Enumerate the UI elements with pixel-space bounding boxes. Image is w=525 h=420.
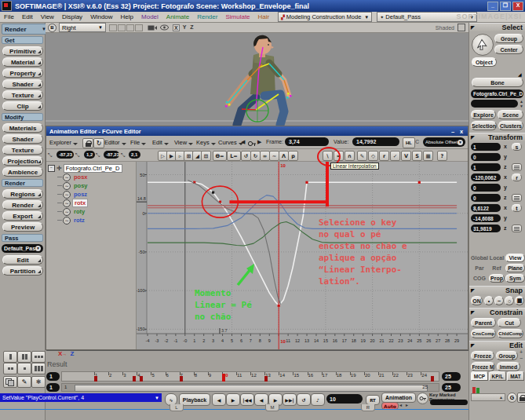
menu-hair[interactable]: Hair — [254, 13, 274, 20]
tree-param-posy[interactable]: ~posy — [57, 181, 136, 190]
render-export-button[interactable]: Export — [2, 211, 43, 221]
menu-file[interactable]: File — [0, 13, 18, 20]
autokey-next-arrow[interactable]: ▸ — [406, 402, 408, 407]
viewport-layout-button-3[interactable] — [31, 351, 46, 363]
gears-button[interactable]: ✱ — [31, 376, 46, 388]
render-render-button[interactable]: Render — [2, 200, 43, 210]
timeline-start-field[interactable]: 1 — [46, 372, 60, 381]
edit-group-button[interactable]: Group — [496, 351, 518, 360]
tangent-field-4[interactable]: 2,1 — [129, 151, 140, 159]
fcurve-menu-keys[interactable]: Keys — [196, 138, 216, 147]
s-button[interactable]: S — [412, 151, 422, 161]
timeline-key-marker[interactable] — [94, 376, 97, 382]
timeline-key-marker[interactable] — [180, 376, 183, 382]
camera-memo-slots[interactable] — [109, 24, 143, 31]
viewport-layout-button-4[interactable] — [3, 363, 17, 374]
cut-constraint-button[interactable]: Cut — [498, 318, 521, 327]
camera-icon[interactable] — [148, 24, 157, 31]
range-end-field[interactable]: 25 — [442, 383, 461, 392]
fcurve-menu-curves[interactable]: Curves — [218, 138, 243, 147]
fcurve-menu-view[interactable]: View — [174, 138, 193, 147]
center-button[interactable]: Center — [494, 45, 523, 54]
le-toggle[interactable]: L= — [227, 151, 241, 161]
menu-edit[interactable]: Edit — [18, 13, 37, 20]
timeline-key-marker[interactable] — [264, 376, 268, 382]
menu-view[interactable]: View — [37, 13, 58, 20]
space-view-button[interactable]: View — [505, 254, 525, 262]
modify-texture-button[interactable]: Texture — [2, 145, 43, 155]
audio-button[interactable]: ♪ — [311, 393, 325, 406]
r-transform-button[interactable]: r — [512, 173, 522, 181]
keyframe-icon[interactable] — [417, 393, 428, 404]
parent-constraint-button[interactable]: Parent — [471, 318, 496, 327]
tree-param-roty[interactable]: ~roty — [57, 207, 136, 216]
transform-value-z-2[interactable]: 31,9819 — [471, 225, 501, 232]
go-to-start-button[interactable]: |◀◀ — [240, 393, 254, 406]
space-ref-button[interactable]: Ref — [489, 264, 505, 272]
minimize-button[interactable]: _ — [487, 2, 498, 11]
fcurve-minimize-button[interactable]: – — [449, 128, 457, 135]
fit-button[interactable]: ✓ — [390, 151, 400, 161]
transform-value-z-0[interactable]: 1 — [471, 163, 501, 171]
help-button[interactable]: ? — [437, 151, 447, 161]
menu-window[interactable]: Window — [86, 13, 116, 20]
fcurve-menu-edit[interactable]: Edit — [152, 138, 169, 147]
lock-icon[interactable] — [82, 138, 93, 148]
render-preview-button[interactable]: Preview — [2, 222, 43, 232]
timeline-end-field[interactable]: 25 — [442, 372, 461, 381]
transform-value-x-0[interactable]: 1 — [471, 143, 501, 151]
timeline-key-marker[interactable] — [140, 376, 143, 382]
autokey-prev-arrow[interactable]: ◂ — [399, 402, 402, 407]
bone-submenu-arrow[interactable]: ◢ — [518, 71, 522, 77]
tangent-field-3[interactable]: -87,23 — [104, 151, 119, 159]
fcurve-titlebar[interactable]: Animation Editor - FCurve Editor – x — [46, 126, 468, 136]
fcurve-close-button[interactable]: x — [457, 128, 466, 135]
transform-value-x-2[interactable]: 8,6122 — [471, 204, 501, 212]
menu-simulate[interactable]: Simulate — [221, 13, 253, 20]
get-primitive-button[interactable]: Primitive — [2, 46, 43, 56]
s-transform-button[interactable]: s — [512, 143, 522, 151]
pass-partition-button[interactable]: Partition — [2, 266, 43, 276]
restore-button[interactable]: ❐ — [500, 2, 511, 11]
modify-projection-button[interactable]: Projection — [2, 156, 43, 166]
fcurve-menu-editor[interactable]: Editor — [104, 138, 126, 147]
menu-animate[interactable]: Animate — [162, 13, 193, 20]
smooth-brush-button[interactable]: ✎ — [357, 151, 367, 161]
timeline-key-marker[interactable] — [133, 376, 136, 382]
current-frame-field[interactable]: 10 — [326, 394, 363, 404]
viewport-camera-dropdown[interactable]: Right▼ — [59, 23, 106, 32]
axis-lock-menu-button[interactable] — [512, 225, 522, 232]
viewport-layout-button-1[interactable] — [3, 351, 17, 363]
snap-keys-button[interactable]: ◇ — [368, 151, 378, 161]
fcurve-menu-file[interactable]: File — [130, 138, 146, 147]
t-transform-button[interactable]: t — [512, 204, 522, 212]
transform-value-z-1[interactable]: 0 — [471, 194, 501, 202]
viewport-resize-icon[interactable] — [458, 24, 465, 31]
fcurve-menu-explorer[interactable]: Explorer — [49, 138, 78, 147]
space-sym-button[interactable]: Sym — [505, 274, 525, 283]
loop-button[interactable]: ↺ — [297, 393, 311, 406]
get-clip-button[interactable]: Clip — [2, 101, 43, 111]
scene-button[interactable]: Scene — [498, 110, 523, 119]
selection-button[interactable]: Selection — [471, 121, 497, 130]
timeline-range-slider[interactable]: 1 25 — [61, 383, 439, 392]
space-par-button[interactable]: Par — [471, 264, 488, 272]
range-slider-handle[interactable] — [75, 385, 428, 392]
fcurve-graph-area[interactable]: 50.0.-50.-100.-150.-4-3-2-1-012345678911… — [137, 162, 468, 349]
bone-button[interactable]: Bone — [472, 78, 523, 87]
value-value-field[interactable]: 14,7992 — [352, 137, 399, 146]
viewport-axis-x[interactable]: X — [173, 24, 180, 31]
pass-edit-button[interactable]: Edit — [2, 255, 43, 265]
frame-all-tool[interactable]: ⊡ — [201, 151, 211, 161]
previous-key-icon[interactable]: ◀ — [241, 139, 245, 145]
transform-value-y-1[interactable]: 0 — [471, 184, 501, 192]
eye-icon[interactable] — [160, 24, 169, 31]
get-material-button[interactable]: Material — [2, 57, 43, 67]
explore-button[interactable]: Explore — [471, 110, 496, 119]
go-to-end-button[interactable]: ▶▶| — [283, 393, 297, 406]
panel-tab-mat[interactable]: MAT — [507, 371, 524, 381]
tangent-field-1[interactable]: -87,23 — [57, 151, 74, 159]
plateau-interpolation-button[interactable]: ∩ — [345, 151, 355, 161]
viewport-axis-y[interactable]: Y — [182, 24, 188, 31]
pencil-tool-button[interactable]: ✎ — [17, 376, 31, 388]
